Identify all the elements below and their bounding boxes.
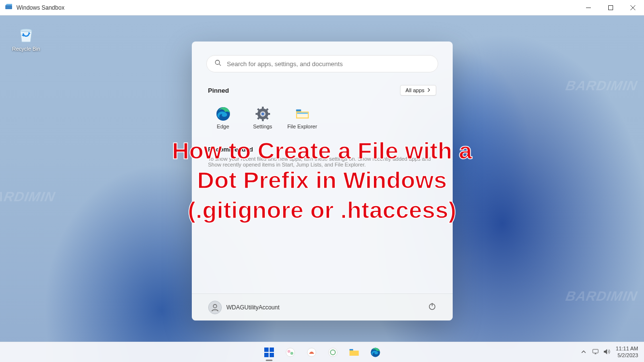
svg-rect-29 — [264, 348, 269, 352]
user-account-button[interactable]: WDAGUtilityAccount — [208, 301, 280, 314]
file-explorer-icon — [295, 106, 310, 122]
svg-rect-32 — [270, 353, 274, 357]
svg-rect-0 — [5, 5, 12, 9]
svg-point-26 — [213, 304, 216, 307]
chevron-right-icon — [427, 87, 431, 93]
taskbar: 11:11 AM 5/2/2023 — [0, 342, 644, 362]
svg-rect-30 — [270, 348, 274, 352]
svg-rect-25 — [297, 112, 308, 114]
pinned-heading: Pinned — [208, 87, 229, 94]
svg-rect-23 — [296, 110, 301, 111]
svg-rect-16 — [267, 113, 270, 115]
tray-date: 5/2/2023 — [616, 352, 638, 359]
svg-point-35 — [290, 352, 293, 355]
watermark: BARDIMIN — [0, 189, 57, 205]
sandbox-icon — [5, 3, 13, 12]
headline-line-1: How to Create a File with a — [90, 136, 554, 166]
svg-rect-39 — [349, 349, 353, 350]
svg-point-33 — [286, 348, 295, 357]
settings-icon — [255, 106, 271, 122]
all-apps-label: All apps — [405, 87, 424, 93]
watermark: BARDIMIN — [564, 289, 639, 304]
svg-marker-1 — [5, 4, 12, 5]
svg-point-9 — [215, 60, 219, 65]
tile-label: File Explorer — [287, 124, 317, 129]
watermark: BARDIMIN — [564, 78, 639, 94]
recycle-bin-label: Recycle Bin — [9, 46, 43, 52]
taskbar-widget-1[interactable] — [281, 343, 300, 362]
tray-clock[interactable]: 11:11 AM 5/2/2023 — [616, 346, 638, 358]
svg-rect-31 — [264, 353, 269, 357]
system-tray: 11:11 AM 5/2/2023 — [581, 346, 644, 358]
sound-icon — [603, 348, 610, 356]
tile-label: Edge — [217, 124, 229, 129]
edge-icon — [215, 106, 231, 122]
start-search-input[interactable] — [227, 60, 430, 68]
svg-rect-15 — [256, 113, 258, 115]
svg-point-34 — [287, 350, 290, 353]
all-apps-button[interactable]: All apps — [400, 85, 436, 96]
headline-line-3: (.gitignore or .htaccess) — [90, 195, 554, 225]
recycle-bin[interactable]: Recycle Bin — [9, 24, 43, 52]
svg-point-6 — [20, 29, 32, 32]
start-search[interactable] — [206, 55, 438, 72]
headline-line-2: Dot Prefix in Windows — [90, 166, 554, 195]
svg-line-10 — [219, 64, 221, 66]
tray-time: 11:11 AM — [616, 346, 638, 352]
svg-point-37 — [329, 348, 337, 357]
svg-marker-44 — [603, 349, 607, 354]
svg-rect-41 — [592, 349, 598, 353]
overlay-headline: How to Create a File with a Dot Prefix i… — [90, 136, 554, 225]
tile-label: Settings — [253, 124, 272, 129]
taskbar-file-explorer[interactable] — [344, 343, 364, 362]
pinned-tile-settings[interactable]: Settings — [243, 102, 283, 138]
tray-overflow-button[interactable] — [581, 349, 586, 355]
pinned-tile-file-explorer[interactable]: File Explorer — [283, 102, 322, 138]
avatar-icon — [208, 301, 222, 314]
svg-point-22 — [261, 112, 264, 115]
pinned-tile-edge[interactable]: Edge — [203, 102, 243, 138]
svg-rect-3 — [609, 5, 613, 10]
taskbar-widget-2[interactable] — [302, 343, 321, 362]
svg-rect-14 — [262, 118, 264, 121]
start-button[interactable] — [259, 343, 279, 362]
taskbar-edge[interactable] — [366, 343, 385, 362]
user-label: WDAGUtilityAccount — [227, 304, 280, 311]
network-icon — [592, 348, 599, 356]
maximize-button[interactable] — [600, 0, 622, 15]
recycle-bin-icon — [16, 24, 36, 44]
svg-rect-13 — [262, 107, 264, 110]
sandbox-titlebar: Windows Sandbox — [0, 0, 644, 15]
power-button[interactable] — [428, 302, 436, 312]
taskbar-widget-3[interactable] — [323, 343, 343, 362]
desktop[interactable]: BARDIMIN BARDIMIN BARDIMIN Recycle Bin — [0, 15, 644, 362]
minimize-button[interactable] — [577, 0, 600, 15]
search-icon — [215, 59, 221, 68]
tray-network-sound[interactable] — [589, 346, 613, 358]
close-button[interactable] — [622, 0, 644, 15]
sandbox-title: Windows Sandbox — [16, 4, 64, 11]
